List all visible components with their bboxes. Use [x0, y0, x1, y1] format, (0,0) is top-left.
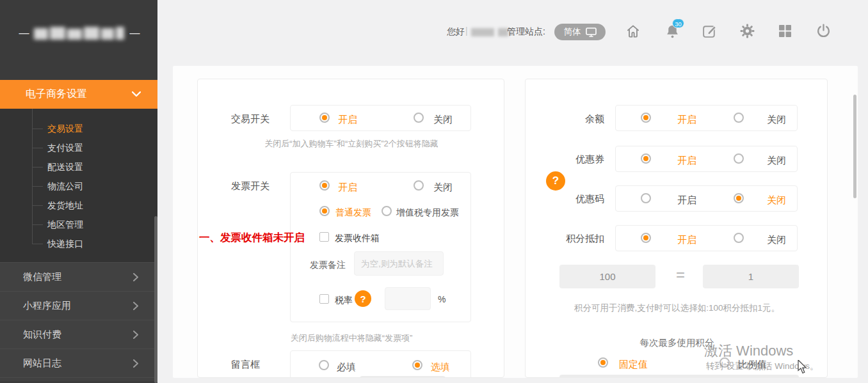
sidebar-item-delivery-settings[interactable]: 配送设置 — [0, 157, 157, 176]
coupon-on-label[interactable]: 开启 — [677, 155, 696, 167]
tax-unit-label: % — [438, 294, 446, 304]
invoice-on-radio[interactable] — [319, 180, 330, 191]
trade-settings-panel: 交易开关 开启 关闭 关闭后“加入购物车”和“立刻购买”2个按钮将隐藏 发票开关… — [197, 79, 504, 378]
admin-settings-page: — — 电子商务设置 交易设置 支付设置 配送设置 物流公司 发货地址 地区管理… — [0, 0, 868, 383]
coupon-off-radio[interactable] — [734, 153, 744, 164]
sidebar-submenu: 交易设置 支付设置 配送设置 物流公司 发货地址 地区管理 快递接口 — [0, 109, 157, 262]
balance-on-radio[interactable] — [641, 113, 651, 123]
invoice-type-normal-label[interactable]: 普通发票 — [335, 207, 371, 219]
username-blurred — [471, 28, 508, 36]
sidebar-item-knowledge-payment[interactable]: 知识付费 — [0, 320, 157, 348]
balance-off-radio[interactable] — [734, 113, 744, 123]
tree-tick — [32, 224, 43, 225]
invoice-inbox-label[interactable]: 发票收件箱 — [335, 233, 380, 244]
fixed-value-radio[interactable] — [598, 357, 608, 368]
site-label: 管理站点: — [507, 26, 545, 38]
sidebar-item-site-logs[interactable]: 网站日志 — [0, 348, 157, 377]
sidebar-sections: 微信管理 小程序应用 知识付费 网站日志 — [0, 262, 157, 383]
chevron-right-icon — [133, 302, 138, 310]
tree-tick — [32, 148, 43, 148]
sidebar-item-wechat-management[interactable]: 微信管理 — [0, 262, 157, 291]
invoice-remark-input[interactable] — [354, 251, 444, 276]
points-on-radio[interactable] — [641, 233, 651, 243]
sidebar-item-logistics-company[interactable]: 物流公司 — [0, 176, 157, 196]
language-switch-button[interactable]: 简体 — [554, 24, 606, 40]
fixed-value-label[interactable]: 固定值 — [619, 359, 648, 371]
notification-badge: 30 — [672, 19, 684, 28]
chevron-right-icon — [133, 273, 138, 281]
language-label: 简体 — [564, 26, 581, 38]
logout-button[interactable] — [816, 23, 832, 40]
sidebar-scrollbar[interactable] — [154, 216, 157, 383]
coupon-on-radio[interactable] — [641, 153, 651, 164]
tax-help-icon[interactable]: ? — [355, 290, 371, 307]
edit-button[interactable] — [702, 23, 718, 40]
promo-code-label: 优惠码 — [538, 193, 604, 205]
home-icon — [625, 23, 641, 40]
points-off-radio[interactable] — [734, 233, 744, 243]
logo: — — — [0, 22, 157, 45]
message-optional-radio[interactable] — [412, 360, 422, 370]
greeting-text: 您好 — [447, 26, 465, 38]
points-deduction-label: 积分抵扣 — [538, 233, 604, 245]
max-points-input-edge — [559, 375, 799, 378]
sidebar-item-shipping-address[interactable]: 发货地址 — [0, 196, 157, 215]
invoice-inbox-annotation: 一、发票收件箱未开启 — [199, 231, 305, 245]
grid-icon — [777, 23, 792, 38]
points-off-label[interactable]: 关闭 — [767, 234, 786, 246]
trade-off-radio[interactable] — [414, 113, 424, 123]
monitor-icon — [586, 27, 597, 37]
points-on-label[interactable]: 开启 — [677, 234, 696, 246]
apps-button[interactable] — [777, 23, 794, 40]
invoice-inbox-checkbox[interactable] — [319, 232, 329, 242]
balance-off-label[interactable]: 关闭 — [767, 114, 786, 126]
trade-off-label[interactable]: 关闭 — [433, 114, 453, 126]
sidebar-item-region-management[interactable]: 地区管理 — [0, 215, 157, 234]
points-amount-input[interactable] — [559, 265, 655, 288]
power-icon — [816, 23, 832, 39]
points-settings-panel: ? 余额 开启 关闭 优惠券 开启 关闭 优惠码 开启 关闭 积分抵扣 开启 关… — [525, 79, 828, 378]
sidebar-item-trade-settings[interactable]: 交易设置 — [0, 119, 157, 138]
tax-rate-label[interactable]: 税率 — [335, 295, 353, 306]
promo-on-radio[interactable] — [641, 193, 651, 203]
message-required-label[interactable]: 必填 — [337, 361, 356, 373]
tax-rate-input[interactable] — [385, 287, 431, 310]
invoice-off-label[interactable]: 关闭 — [433, 182, 453, 194]
invoice-switch-label: 发票开关 — [231, 180, 269, 192]
settings-button[interactable] — [739, 23, 756, 40]
sidebar-group-label: 电子商务设置 — [26, 88, 87, 101]
invoice-type-normal-radio[interactable] — [319, 206, 330, 216]
coupon-off-label[interactable]: 关闭 — [767, 155, 786, 167]
balance-on-label[interactable]: 开启 — [677, 114, 696, 126]
invoice-remark-label: 发票备注 — [310, 260, 346, 271]
message-required-radio[interactable] — [319, 360, 329, 370]
sidebar-item-payment-settings[interactable]: 支付设置 — [0, 138, 157, 157]
promo-on-label[interactable]: 开启 — [677, 194, 696, 207]
tax-rate-checkbox[interactable] — [319, 294, 329, 304]
promo-off-label[interactable]: 关闭 — [767, 194, 786, 207]
mouse-cursor — [798, 360, 808, 374]
promo-off-radio[interactable] — [734, 193, 744, 203]
chevron-right-icon — [133, 359, 138, 368]
sidebar-group-ecommerce-settings[interactable]: 电子商务设置 — [0, 80, 157, 109]
home-button[interactable] — [625, 23, 641, 40]
invoice-type-vat-label[interactable]: 增值税专用发票 — [396, 207, 459, 219]
tree-tick — [32, 129, 43, 129]
invoice-on-label[interactable]: 开启 — [338, 182, 357, 194]
sidebar-next-item-edge — [0, 377, 157, 381]
invoice-note: 关闭后购物流程中将隐藏“发票项” — [217, 331, 486, 345]
trade-switch-label: 交易开关 — [231, 113, 269, 125]
message-optional-label[interactable]: 选填 — [431, 361, 450, 373]
sidebar-item-express-interface[interactable]: 快递接口 — [0, 234, 157, 253]
trade-on-label[interactable]: 开启 — [338, 114, 357, 126]
invoice-off-radio[interactable] — [414, 180, 424, 191]
tree-tick — [32, 244, 43, 244]
content-scrollbar[interactable] — [853, 95, 856, 198]
money-amount-input[interactable] — [703, 265, 799, 288]
panel-help-icon[interactable]: ? — [546, 171, 565, 191]
windows-activation-watermark: 激活 Windows — [704, 341, 793, 361]
trade-on-radio[interactable] — [319, 113, 330, 123]
greeting-divider: | — [465, 26, 468, 36]
invoice-type-vat-radio[interactable] — [382, 206, 392, 216]
sidebar-item-miniprogram-app[interactable]: 小程序应用 — [0, 291, 157, 320]
